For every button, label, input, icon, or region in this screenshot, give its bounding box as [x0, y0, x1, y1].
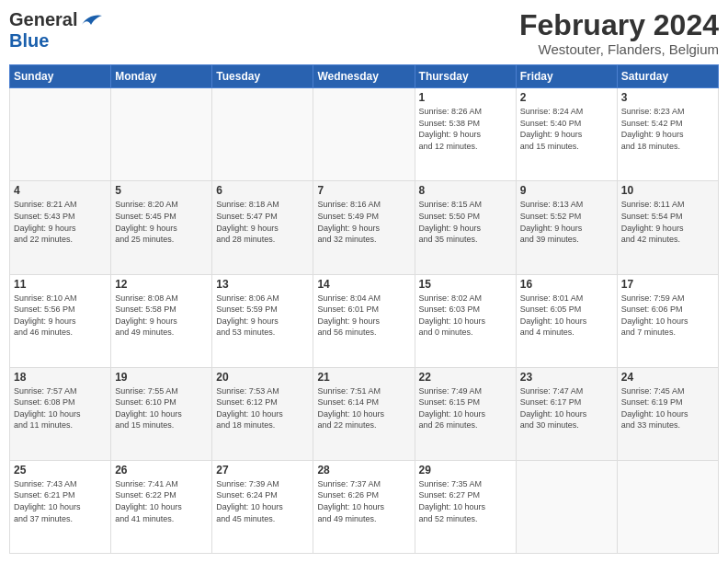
day-number: 13: [216, 278, 309, 291]
day-number: 26: [115, 464, 208, 477]
day-info: Sunrise: 7:47 AM Sunset: 6:17 PM Dayligh…: [520, 385, 613, 431]
col-saturday: Saturday: [617, 65, 718, 88]
table-row: [10, 88, 111, 181]
logo-blue: Blue: [9, 30, 104, 51]
table-row: [516, 460, 617, 553]
table-row: 24Sunrise: 7:45 AM Sunset: 6:19 PM Dayli…: [617, 367, 718, 460]
day-number: 9: [520, 184, 613, 197]
table-row: [212, 88, 313, 181]
day-info: Sunrise: 8:21 AM Sunset: 5:43 PM Dayligh…: [14, 199, 107, 245]
day-info: Sunrise: 8:26 AM Sunset: 5:38 PM Dayligh…: [419, 106, 512, 152]
calendar-subtitle: Westouter, Flanders, Belgium: [519, 41, 719, 57]
calendar-title: February 2024: [519, 9, 719, 41]
table-row: [313, 88, 415, 181]
day-info: Sunrise: 8:13 AM Sunset: 5:52 PM Dayligh…: [520, 199, 613, 245]
col-wednesday: Wednesday: [313, 65, 415, 88]
col-tuesday: Tuesday: [212, 65, 313, 88]
table-row: 7Sunrise: 8:16 AM Sunset: 5:49 PM Daylig…: [313, 181, 415, 274]
table-row: [111, 88, 212, 181]
table-row: 10Sunrise: 8:11 AM Sunset: 5:54 PM Dayli…: [617, 181, 718, 274]
day-info: Sunrise: 7:41 AM Sunset: 6:22 PM Dayligh…: [115, 478, 208, 524]
day-info: Sunrise: 7:45 AM Sunset: 6:19 PM Dayligh…: [621, 385, 714, 431]
day-number: 2: [520, 91, 613, 104]
col-sunday: Sunday: [10, 65, 111, 88]
table-row: 18Sunrise: 7:57 AM Sunset: 6:08 PM Dayli…: [10, 367, 111, 460]
table-row: 4Sunrise: 8:21 AM Sunset: 5:43 PM Daylig…: [10, 181, 111, 274]
table-row: 11Sunrise: 8:10 AM Sunset: 5:56 PM Dayli…: [10, 274, 111, 367]
day-info: Sunrise: 8:06 AM Sunset: 5:59 PM Dayligh…: [216, 293, 309, 339]
day-info: Sunrise: 7:49 AM Sunset: 6:15 PM Dayligh…: [419, 385, 512, 431]
day-info: Sunrise: 7:55 AM Sunset: 6:10 PM Dayligh…: [115, 385, 208, 431]
day-info: Sunrise: 7:35 AM Sunset: 6:27 PM Dayligh…: [419, 478, 512, 524]
day-number: 14: [317, 278, 410, 291]
header: General Blue February 2024 Westouter, Fl…: [9, 9, 719, 57]
day-number: 5: [115, 184, 208, 197]
day-number: 12: [115, 278, 208, 291]
table-row: 19Sunrise: 7:55 AM Sunset: 6:10 PM Dayli…: [111, 367, 212, 460]
day-number: 28: [317, 464, 410, 477]
day-info: Sunrise: 8:01 AM Sunset: 6:05 PM Dayligh…: [520, 293, 613, 339]
day-number: 10: [621, 184, 714, 197]
table-row: 15Sunrise: 8:02 AM Sunset: 6:03 PM Dayli…: [415, 274, 516, 367]
table-row: 29Sunrise: 7:35 AM Sunset: 6:27 PM Dayli…: [415, 460, 516, 553]
calendar-week-row: 11Sunrise: 8:10 AM Sunset: 5:56 PM Dayli…: [10, 274, 719, 367]
calendar-header-row: Sunday Monday Tuesday Wednesday Thursday…: [10, 65, 719, 88]
day-number: 17: [621, 278, 714, 291]
table-row: 14Sunrise: 8:04 AM Sunset: 6:01 PM Dayli…: [313, 274, 415, 367]
table-row: 5Sunrise: 8:20 AM Sunset: 5:45 PM Daylig…: [111, 181, 212, 274]
day-number: 7: [317, 184, 410, 197]
day-info: Sunrise: 7:37 AM Sunset: 6:26 PM Dayligh…: [317, 478, 410, 524]
day-number: 18: [14, 371, 107, 384]
day-info: Sunrise: 8:04 AM Sunset: 6:01 PM Dayligh…: [317, 293, 410, 339]
day-info: Sunrise: 8:11 AM Sunset: 5:54 PM Dayligh…: [621, 199, 714, 245]
day-info: Sunrise: 7:57 AM Sunset: 6:08 PM Dayligh…: [14, 385, 107, 431]
table-row: 3Sunrise: 8:23 AM Sunset: 5:42 PM Daylig…: [617, 88, 718, 181]
col-monday: Monday: [111, 65, 212, 88]
table-row: 23Sunrise: 7:47 AM Sunset: 6:17 PM Dayli…: [516, 367, 617, 460]
col-friday: Friday: [516, 65, 617, 88]
day-number: 19: [115, 371, 208, 384]
day-info: Sunrise: 7:59 AM Sunset: 6:06 PM Dayligh…: [621, 293, 714, 339]
table-row: 9Sunrise: 8:13 AM Sunset: 5:52 PM Daylig…: [516, 181, 617, 274]
day-info: Sunrise: 8:24 AM Sunset: 5:40 PM Dayligh…: [520, 106, 613, 152]
table-row: [617, 460, 718, 553]
day-number: 25: [14, 464, 107, 477]
day-number: 4: [14, 184, 107, 197]
table-row: 8Sunrise: 8:15 AM Sunset: 5:50 PM Daylig…: [415, 181, 516, 274]
logo-general: General: [9, 9, 77, 29]
day-info: Sunrise: 7:43 AM Sunset: 6:21 PM Dayligh…: [14, 478, 107, 524]
day-info: Sunrise: 8:16 AM Sunset: 5:49 PM Dayligh…: [317, 199, 410, 245]
table-row: 1Sunrise: 8:26 AM Sunset: 5:38 PM Daylig…: [415, 88, 516, 181]
day-info: Sunrise: 8:08 AM Sunset: 5:58 PM Dayligh…: [115, 293, 208, 339]
day-info: Sunrise: 8:23 AM Sunset: 5:42 PM Dayligh…: [621, 106, 714, 152]
table-row: 27Sunrise: 7:39 AM Sunset: 6:24 PM Dayli…: [212, 460, 313, 553]
table-row: 20Sunrise: 7:53 AM Sunset: 6:12 PM Dayli…: [212, 367, 313, 460]
table-row: 6Sunrise: 8:18 AM Sunset: 5:47 PM Daylig…: [212, 181, 313, 274]
day-info: Sunrise: 8:18 AM Sunset: 5:47 PM Dayligh…: [216, 199, 309, 245]
calendar-week-row: 18Sunrise: 7:57 AM Sunset: 6:08 PM Dayli…: [10, 367, 719, 460]
table-row: 25Sunrise: 7:43 AM Sunset: 6:21 PM Dayli…: [10, 460, 111, 553]
day-number: 20: [216, 371, 309, 384]
calendar-week-row: 25Sunrise: 7:43 AM Sunset: 6:21 PM Dayli…: [10, 460, 719, 553]
day-number: 24: [621, 371, 714, 384]
logo: General Blue: [9, 9, 104, 51]
day-number: 6: [216, 184, 309, 197]
day-info: Sunrise: 8:20 AM Sunset: 5:45 PM Dayligh…: [115, 199, 208, 245]
day-number: 16: [520, 278, 613, 291]
day-number: 22: [419, 371, 512, 384]
day-info: Sunrise: 7:53 AM Sunset: 6:12 PM Dayligh…: [216, 385, 309, 431]
table-row: 13Sunrise: 8:06 AM Sunset: 5:59 PM Dayli…: [212, 274, 313, 367]
table-row: 28Sunrise: 7:37 AM Sunset: 6:26 PM Dayli…: [313, 460, 415, 553]
table-row: 21Sunrise: 7:51 AM Sunset: 6:14 PM Dayli…: [313, 367, 415, 460]
day-info: Sunrise: 7:39 AM Sunset: 6:24 PM Dayligh…: [216, 478, 309, 524]
day-info: Sunrise: 8:15 AM Sunset: 5:50 PM Dayligh…: [419, 199, 512, 245]
col-thursday: Thursday: [415, 65, 516, 88]
logo-bird-icon: [78, 12, 104, 29]
calendar-week-row: 4Sunrise: 8:21 AM Sunset: 5:43 PM Daylig…: [10, 181, 719, 274]
day-number: 23: [520, 371, 613, 384]
calendar-table: Sunday Monday Tuesday Wednesday Thursday…: [9, 64, 719, 554]
day-number: 11: [14, 278, 107, 291]
page: General Blue February 2024 Westouter, Fl…: [0, 0, 728, 563]
day-number: 29: [419, 464, 512, 477]
table-row: 12Sunrise: 8:08 AM Sunset: 5:58 PM Dayli…: [111, 274, 212, 367]
